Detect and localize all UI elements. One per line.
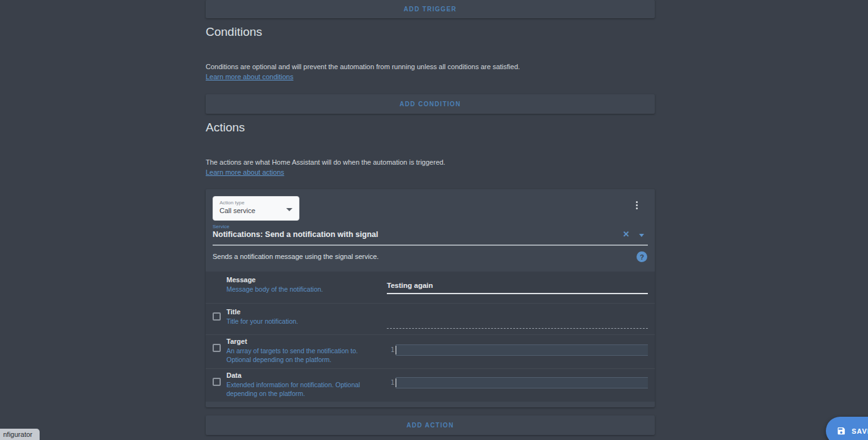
add-action-button[interactable]: ADD ACTION [406, 422, 453, 429]
editor-line[interactable] [396, 344, 648, 356]
actions-description: The actions are what Home Assistant will… [206, 158, 445, 166]
data-checkbox[interactable] [213, 378, 221, 386]
automation-editor-page: { "trigger_section": { "add_button_label… [0, 0, 868, 440]
action-type-value: Call service [220, 207, 292, 214]
target-checkbox[interactable] [213, 344, 221, 352]
service-input[interactable]: Notifications: Send a notification with … [213, 230, 378, 239]
add-condition-button[interactable]: ADD CONDITION [399, 101, 460, 107]
save-icon [837, 426, 846, 436]
field-row-title: Title Title for your notification. [206, 303, 655, 334]
chevron-down-icon [286, 208, 292, 211]
field-description: Extended information for notification. O… [226, 380, 381, 398]
service-description: Sends a notification message using the s… [213, 253, 379, 260]
browser-status-tooltip: nfigurator [0, 429, 40, 440]
add-action-card: ADD ACTION [206, 415, 655, 435]
target-code-editor[interactable]: 1 [387, 344, 648, 356]
actions-heading: Actions [206, 121, 245, 135]
add-trigger-card: ADD TRIGGER [206, 0, 655, 18]
line-number: 1 [387, 344, 396, 356]
service-field-label: Service [213, 224, 230, 229]
save-button-label: SAVE [852, 427, 868, 435]
conditions-learn-more-link[interactable]: Learn more about conditions [206, 73, 293, 80]
field-name: Target [226, 338, 247, 345]
actions-learn-more-link[interactable]: Learn more about actions [206, 168, 284, 176]
title-checkbox[interactable] [213, 312, 221, 321]
field-name: Title [226, 308, 240, 316]
service-dropdown-icon[interactable] [639, 234, 644, 237]
save-button[interactable]: SAVE [826, 417, 868, 440]
service-fields: Message Message body of the notification… [206, 272, 655, 402]
conditions-heading: Conditions [206, 25, 262, 39]
title-input[interactable] [387, 328, 648, 329]
overflow-menu-icon[interactable] [631, 199, 642, 211]
field-row-target: Target An array of targets to send the n… [206, 334, 655, 368]
field-name: Data [226, 371, 242, 379]
action-type-label: Action type [220, 200, 292, 206]
line-number: 1 [387, 377, 396, 388]
action-type-select[interactable]: Action type Call service [213, 196, 299, 221]
action-card: Action type Call service Service Notific… [206, 189, 655, 407]
clear-icon[interactable]: ✕ [623, 229, 630, 239]
editor-line[interactable] [396, 377, 648, 388]
service-underline [213, 245, 648, 246]
field-description: Message body of the notification. [226, 285, 381, 294]
add-condition-card: ADD CONDITION [206, 94, 655, 114]
conditions-description: Conditions are optional and will prevent… [206, 63, 520, 70]
help-icon[interactable]: ? [637, 251, 647, 262]
field-description: An array of targets to send the notifica… [226, 346, 381, 364]
data-code-editor[interactable]: 1 [387, 377, 648, 388]
field-name: Message [226, 276, 255, 283]
field-row-message: Message Message body of the notification… [206, 272, 655, 303]
field-description: Title for your notification. [226, 317, 381, 326]
add-trigger-button[interactable]: ADD TRIGGER [404, 6, 457, 13]
message-input[interactable]: Testing again [387, 282, 648, 294]
field-row-data: Data Extended information for notificati… [206, 368, 655, 402]
